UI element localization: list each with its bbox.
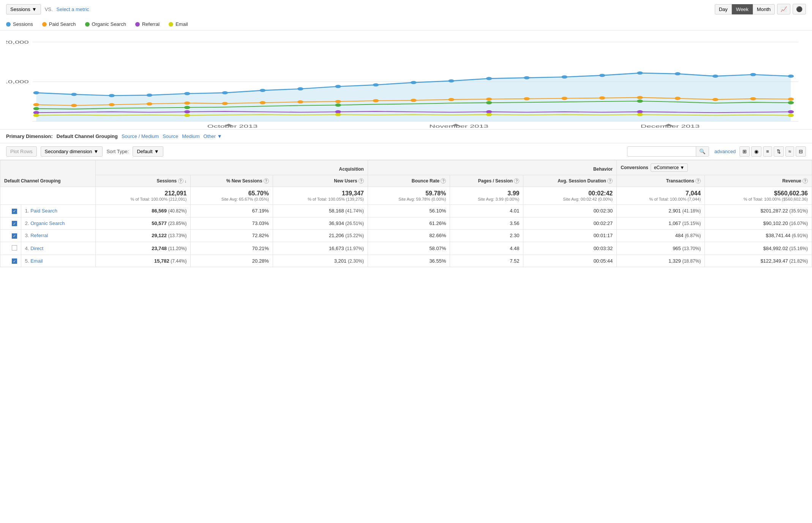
row-checkbox[interactable] [12, 245, 17, 250]
comparison-view-btn[interactable]: ⇅ [774, 146, 784, 157]
search-button[interactable]: 🔍 [696, 147, 709, 156]
svg-point-16 [448, 79, 454, 82]
row-transactions: 1,329 (18.87%) [617, 255, 705, 267]
month-btn[interactable]: Month [753, 4, 775, 14]
row-new-users: 21,206 (15.22%) [273, 230, 368, 242]
svg-point-59 [33, 114, 39, 117]
row-new-users: 58,168 (41.74%) [273, 205, 368, 217]
secondary-dimension-dropdown[interactable]: Secondary dimension ▼ [41, 146, 103, 157]
metric1-dropdown[interactable]: Sessions ▼ [6, 4, 41, 14]
svg-point-34 [335, 100, 341, 103]
week-btn[interactable]: Week [732, 4, 753, 14]
channel-link[interactable]: Email [30, 258, 43, 264]
row-checkbox[interactable]: ✓ [12, 209, 17, 214]
svg-point-19 [561, 75, 567, 78]
channel-link[interactable]: Referral [30, 233, 48, 238]
row-sessions: 86,569 (40.82%) [96, 205, 191, 217]
avg-session-duration-help-icon[interactable]: ? [607, 178, 613, 184]
organic-search-dot [85, 22, 90, 27]
bounce-rate-help-icon[interactable]: ? [441, 178, 446, 184]
new-users-help-icon[interactable]: ? [359, 178, 364, 184]
sessions-help-icon[interactable]: ? [178, 178, 183, 184]
svg-text:November 2013: November 2013 [429, 124, 488, 128]
row-bounce-rate: 61.26% [368, 217, 450, 230]
svg-point-37 [448, 98, 454, 101]
svg-point-46 [788, 98, 794, 101]
channel-link[interactable]: Organic Search [30, 220, 65, 226]
row-revenue: $90,102.20 (16.07%) [705, 217, 812, 230]
row-avg-session-duration: 00:05:44 [523, 255, 617, 267]
source-medium-link[interactable]: Source / Medium [122, 133, 159, 139]
svg-point-54 [184, 110, 190, 113]
svg-point-42 [637, 96, 643, 99]
pivot-view-btn[interactable]: ⊟ [796, 146, 806, 157]
pages-per-session-help-icon[interactable]: ? [514, 178, 519, 184]
table-row: 4. Direct 23,748 (11.20%) 70.21% 16,673 … [0, 242, 812, 255]
row-pages-per-session: 2.30 [450, 230, 523, 242]
row-checkbox[interactable]: ✓ [12, 233, 17, 239]
channel-link[interactable]: Paid Search [30, 208, 57, 214]
svg-point-44 [712, 98, 719, 101]
svg-point-38 [486, 98, 492, 101]
search-input[interactable] [627, 147, 696, 156]
row-checkbox[interactable]: ✓ [12, 258, 17, 264]
channel-link[interactable]: Direct [30, 246, 43, 251]
advanced-link[interactable]: advanced [714, 149, 736, 154]
other-link[interactable]: Other ▼ [204, 133, 222, 139]
svg-point-15 [411, 81, 417, 84]
row-number: 1. [25, 208, 29, 214]
table-row: ✓ 3. Referral 29,122 (13.73%) 72.82% 21,… [0, 230, 812, 242]
row-revenue: $122,349.47 (21.82%) [705, 255, 812, 267]
row-transactions: 2,901 (41.18%) [617, 205, 705, 217]
search-box: 🔍 [627, 146, 709, 157]
row-checkbox[interactable]: ✓ [12, 221, 17, 226]
avg-session-duration-col-header: Avg. Session Duration ? [523, 175, 617, 187]
line-chart-svg: 20,000 10,000 [6, 34, 806, 129]
row-pct-new-sessions: 20.28% [191, 255, 273, 267]
organic-search-label: Organic Search [92, 21, 126, 27]
term-cloud-btn[interactable]: ≈ [785, 146, 794, 157]
line-chart-btn[interactable]: 📈 [777, 4, 790, 14]
totals-transactions: 7,044 % of Total: 100.00% (7,044) [617, 187, 705, 205]
row-channel-cell: 2. Organic Search [21, 217, 96, 230]
sessions-col-header[interactable]: Sessions ? ↓ [96, 175, 191, 187]
row-select-cell[interactable] [0, 242, 21, 255]
pct-new-sessions-help-icon[interactable]: ? [264, 178, 269, 184]
row-select-cell[interactable]: ✓ [0, 255, 21, 267]
medium-link[interactable]: Medium [182, 133, 199, 139]
svg-point-27 [71, 104, 77, 107]
row-select-cell[interactable]: ✓ [0, 230, 21, 242]
svg-point-18 [524, 76, 530, 79]
row-select-cell[interactable]: ✓ [0, 205, 21, 217]
row-bounce-rate: 82.66% [368, 230, 450, 242]
table-view-btn[interactable]: ≡ [763, 146, 772, 157]
svg-point-58 [788, 110, 794, 113]
bounce-rate-col-header: Bounce Rate ? [368, 175, 450, 187]
row-pct-new-sessions: 70.21% [191, 242, 273, 255]
plot-rows-button[interactable]: Plot Rows [6, 146, 37, 157]
revenue-help-icon[interactable]: ? [803, 178, 808, 184]
row-avg-session-duration: 00:02:30 [523, 205, 617, 217]
row-avg-session-duration: 00:01:17 [523, 230, 617, 242]
sort-type-dropdown[interactable]: Default ▼ [133, 146, 163, 157]
grid-view-btn[interactable]: ⊞ [739, 146, 750, 157]
svg-point-31 [222, 102, 228, 105]
dropdown-arrow: ▼ [32, 6, 37, 12]
pie-view-btn[interactable]: ◉ [751, 146, 761, 157]
row-select-cell[interactable]: ✓ [0, 217, 21, 230]
chart-area: 20,000 10,000 [0, 30, 812, 129]
svg-point-39 [524, 97, 530, 100]
svg-point-23 [712, 74, 719, 78]
scatter-chart-btn[interactable]: ⚫ [793, 4, 806, 14]
svg-point-47 [33, 107, 39, 110]
day-btn[interactable]: Day [715, 4, 732, 14]
ecommerce-dropdown[interactable]: eCommerce ▼ [651, 163, 688, 172]
row-sessions: 23,748 (11.20%) [96, 242, 191, 255]
sessions-sort-arrow[interactable]: ↓ [185, 179, 187, 183]
svg-point-28 [109, 103, 115, 106]
select-metric-link[interactable]: Select a metric [57, 6, 89, 12]
transactions-help-icon[interactable]: ? [695, 178, 701, 184]
legend-item-paid-search: Paid Search [42, 21, 76, 27]
svg-point-9 [184, 92, 190, 95]
source-link[interactable]: Source [163, 133, 178, 139]
